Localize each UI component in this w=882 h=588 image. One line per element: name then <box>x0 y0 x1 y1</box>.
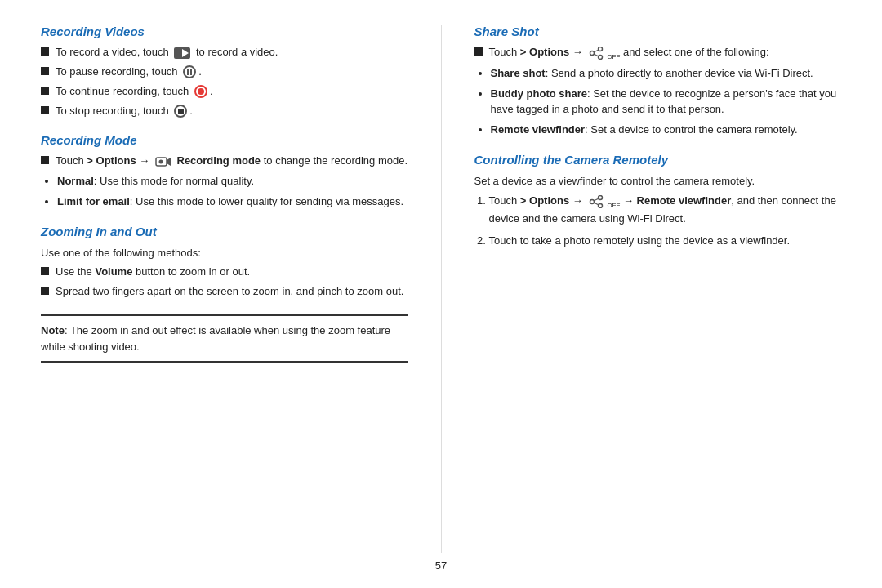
numbered-list-item-2: Touch to take a photo remotely using the… <box>489 233 842 249</box>
svg-line-12 <box>595 203 599 205</box>
remote-viewfinder-label-2: Remote viewfinder <box>637 194 732 207</box>
pause-icon <box>183 65 196 78</box>
list-item-text: To pause recording, touch . <box>56 65 202 80</box>
note-section: Note: The zoom in and out effect is avai… <box>41 314 408 363</box>
svg-point-10 <box>590 199 595 203</box>
note-text: Note: The zoom in and out effect is avai… <box>41 324 390 353</box>
recmode-icon <box>155 155 172 168</box>
note-label: Note <box>41 324 65 336</box>
svg-point-8 <box>599 195 603 199</box>
list-item: Touch > Options → Recording mode to <box>41 154 408 169</box>
bullet-square <box>41 106 49 114</box>
list-item-text: To continue recording, touch . <box>56 84 213 100</box>
volume-label: Volume <box>95 265 132 278</box>
svg-line-6 <box>595 50 599 52</box>
svg-point-2 <box>158 159 163 163</box>
remote-viewfinder-label: Remote viewfinder <box>491 123 586 136</box>
content-columns: Recording Videos To record a video, touc… <box>41 24 841 553</box>
list-item: To continue recording, touch . <box>41 84 408 100</box>
page: Recording Videos To record a video, touc… <box>0 0 882 588</box>
page-number: 57 <box>41 559 841 572</box>
list-item-text: Touch > Options → Recording mode to <box>56 154 408 169</box>
buddy-label: Buddy photo share <box>491 87 587 100</box>
numbered-list-item-1: Touch > Options → OFF <box>489 193 842 226</box>
list-item-text: To stop recording, touch . <box>56 104 193 119</box>
chevron-icon: > <box>520 46 529 58</box>
bullet-square <box>41 287 49 295</box>
sub-list-item-email: Limit for email: Use this mode to lower … <box>57 194 408 210</box>
list-item-text: Spread two fingers apart on the screen t… <box>56 284 403 300</box>
bullet-square <box>41 267 49 275</box>
list-item: To pause recording, touch . <box>41 65 408 80</box>
share-svg <box>588 47 604 60</box>
section-title-recording-videos: Recording Videos <box>41 24 408 38</box>
off-label: OFF <box>607 53 620 60</box>
zooming-list: Use the Volume button to zoom in or out.… <box>41 265 408 300</box>
controlling-camera-numbered-list: Touch > Options → OFF <box>474 193 842 249</box>
bullet-square <box>41 47 49 56</box>
list-item: Spread two fingers apart on the screen t… <box>41 284 408 300</box>
recording-mode-sub-list: Normal: Use this mode for normal quality… <box>41 174 408 210</box>
section-controlling-camera: Controlling the Camera Remotely Set a de… <box>474 153 842 249</box>
left-column: Recording Videos To record a video, touc… <box>41 24 408 553</box>
chevron-icon: > <box>87 154 96 167</box>
share-icon-2 <box>588 195 604 208</box>
recording-mode-label: Recording mode <box>177 154 261 167</box>
sub-list-item-remote: Remote viewfinder: Set a device to contr… <box>491 122 842 138</box>
list-item: To stop recording, touch . <box>41 104 408 119</box>
share-shot-sub-list: Share shot: Send a photo directly to ano… <box>474 66 842 137</box>
section-title-controlling-camera: Controlling the Camera Remotely <box>474 153 842 167</box>
sub-list-item-normal: Normal: Use this mode for normal quality… <box>57 174 408 189</box>
svg-point-3 <box>599 47 603 51</box>
recording-videos-list: To record a video, touch to record a vid… <box>41 45 408 118</box>
stop-icon <box>174 105 187 118</box>
section-title-recording-mode: Recording Mode <box>41 133 408 147</box>
column-divider <box>441 24 442 553</box>
recmode-svg <box>155 155 172 168</box>
sub-list-item-shareshot: Share shot: Send a photo directly to ano… <box>491 66 842 82</box>
list-item: Use the Volume button to zoom in or out. <box>41 265 408 280</box>
list-item: Touch > Options → <box>474 45 842 61</box>
options-label: Options <box>96 154 136 167</box>
limitemail-label: Limit for email <box>57 195 130 207</box>
options-label: Options <box>529 194 569 207</box>
zooming-intro: Use one of the following methods: <box>41 245 408 261</box>
options-label: Options <box>529 46 569 58</box>
svg-point-4 <box>599 55 603 59</box>
chevron-icon: > <box>520 194 529 207</box>
section-share-shot: Share Shot Touch > Options → <box>474 24 842 138</box>
svg-point-9 <box>599 203 603 207</box>
normal-label: Normal <box>57 175 94 187</box>
list-item-text: Touch > Options → <box>489 45 769 61</box>
continue-icon <box>194 85 207 98</box>
bullet-square <box>41 156 49 164</box>
svg-line-11 <box>595 198 599 201</box>
bullet-square <box>474 47 483 56</box>
share-svg-2 <box>588 195 604 208</box>
section-zooming: Zooming In and Out Use one of the follow… <box>41 225 408 300</box>
svg-line-7 <box>595 54 599 56</box>
shareshot-label: Share shot <box>491 67 546 79</box>
off-label-2: OFF <box>607 202 620 209</box>
section-title-share-shot: Share Shot <box>474 24 842 38</box>
section-recording-mode: Recording Mode Touch > Options → <box>41 133 408 210</box>
svg-point-5 <box>590 51 595 55</box>
bullet-square <box>41 87 49 95</box>
svg-marker-1 <box>167 158 171 166</box>
recording-mode-list: Touch > Options → Recording mode to <box>41 154 408 169</box>
controlling-camera-intro: Set a device as a viewfinder to control … <box>474 173 842 189</box>
section-title-zooming: Zooming In and Out <box>41 225 408 238</box>
share-icon <box>588 47 604 60</box>
right-column: Share Shot Touch > Options → <box>474 24 842 553</box>
list-item: To record a video, touch to record a vid… <box>41 45 408 60</box>
record-icon <box>174 47 190 59</box>
list-item-text: To record a video, touch to record a vid… <box>56 45 278 60</box>
share-shot-list: Touch > Options → <box>474 45 842 61</box>
sub-list-item-buddy: Buddy photo share: Set the device to rec… <box>491 87 842 118</box>
bullet-square <box>41 67 49 75</box>
list-item-text: Use the Volume button to zoom in or out. <box>56 265 250 280</box>
section-recording-videos: Recording Videos To record a video, touc… <box>41 24 408 118</box>
